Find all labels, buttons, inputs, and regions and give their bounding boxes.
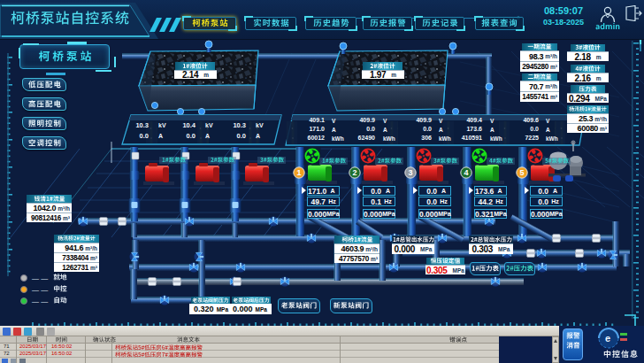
svg-text:5: 5 [519, 168, 524, 177]
svg-text:1: 1 [296, 168, 301, 177]
svg-text:2: 2 [352, 168, 356, 177]
svg-text:4: 4 [464, 168, 468, 177]
svg-text:e: e [605, 333, 610, 344]
svg-text:3: 3 [408, 168, 412, 177]
